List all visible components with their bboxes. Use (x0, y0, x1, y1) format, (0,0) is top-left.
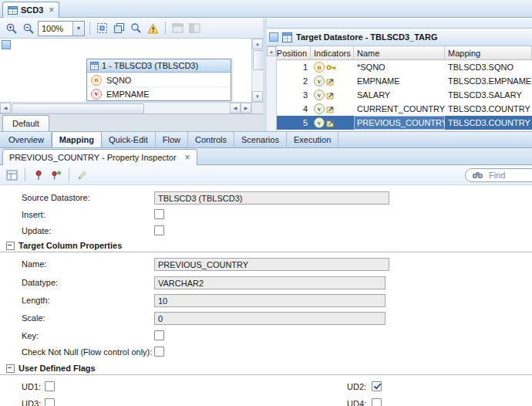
datastore-row-salary[interactable]: 3vSALARYTBLSCD3.SALARY (277, 88, 532, 102)
validate-warning-button[interactable] (146, 21, 160, 36)
cell-indicators: v (311, 74, 354, 88)
ud1-label: UD1: (22, 382, 41, 391)
zoom-value: 100% (39, 24, 72, 33)
horizontal-scrollbar[interactable]: ◀ ◀ ▶ (0, 102, 251, 113)
scroll-left-icon[interactable]: ◀ (0, 103, 11, 113)
datastore-row-empname[interactable]: 2vEMPNAMETBLSCD3.EMPNAME (277, 74, 532, 88)
scale-field[interactable] (154, 312, 386, 325)
datastore-node-tblscd3[interactable]: 1 - TBLSCD3 (TBLSCD3) nSQNOvEMPNAME (86, 59, 231, 101)
search-button[interactable] (129, 21, 143, 36)
zoom-out-button[interactable] (21, 21, 35, 36)
ud3-checkbox[interactable] (45, 398, 55, 406)
cell-name: SALARY (354, 88, 445, 102)
column-header-mapping[interactable]: Mapping (445, 46, 532, 59)
find-box[interactable] (465, 168, 532, 182)
fit-selection-button[interactable] (95, 21, 109, 36)
table-icon (90, 62, 99, 70)
node-column-sqno[interactable]: nSQNO (87, 73, 231, 86)
panel-top-strip (267, 19, 532, 28)
cell-mapping: TBLSCD3.EMPNAME (445, 74, 532, 88)
check-not-null-checkbox[interactable] (154, 347, 164, 357)
tab-mapping[interactable]: Mapping (52, 131, 102, 147)
edit-pencil-button[interactable] (75, 167, 89, 182)
pin-new-button[interactable] (49, 167, 63, 182)
inspector-tab-bar: PREVIOUS_COUNTRY - Property Inspector × (0, 148, 532, 165)
diagram-canvas[interactable]: 1 - TBLSCD3 (TBLSCD3) nSQNOvEMPNAME ▲ ▼ … (0, 39, 263, 113)
close-icon[interactable]: × (49, 6, 54, 14)
execute-target-icon (326, 77, 335, 86)
scale-label: Scale: (22, 313, 45, 323)
ud4-checkbox[interactable] (372, 398, 382, 406)
scroll-up-icon[interactable]: ▲ (252, 39, 263, 49)
property-form: Source Datastore: Insert: Update: Target… (0, 185, 532, 406)
form-row-length: Length: (0, 294, 532, 308)
node-header[interactable]: 1 - TBLSCD3 (TBLSCD3) (87, 59, 231, 73)
column-header-indicators[interactable]: Indicators (311, 46, 354, 59)
scroll-up-icon[interactable]: ▲ (267, 46, 276, 56)
update-label: Update: (22, 226, 52, 235)
diagram-tab-default[interactable]: Default (2, 115, 49, 131)
ud3-label: UD3: (22, 399, 41, 406)
source-datastore-field[interactable] (154, 191, 389, 205)
datastore-row-sqno[interactable]: 1n*SQNOTBLSCD3.SQNO (277, 60, 532, 74)
binoculars-icon (472, 171, 483, 179)
collapse-icon[interactable] (6, 364, 15, 373)
indicator-v-icon: v (91, 89, 102, 100)
key-checkbox[interactable] (154, 330, 164, 340)
node-column-name: SQNO (106, 76, 131, 85)
zoom-level-select[interactable]: 100% ▼ (38, 21, 85, 36)
document-tab-scd3[interactable]: SCD3 × (2, 2, 59, 18)
insert-checkbox[interactable] (154, 209, 164, 219)
scroll-down-icon[interactable]: ▼ (252, 91, 263, 102)
window-layout-alt-button[interactable] (187, 21, 202, 36)
scroll-left-icon[interactable]: ◀ (230, 103, 241, 113)
datastore-row-current_country[interactable]: 4vCURRENT_COUNTRYTBLSCD3.COUNTRY (277, 102, 532, 116)
tab-overview[interactable]: Overview (2, 132, 52, 147)
cell-indicators: v (311, 88, 354, 102)
tab-execution[interactable]: Execution (287, 132, 338, 147)
scrollbar-thumb[interactable] (253, 50, 263, 70)
property-inspector-tab[interactable]: PREVIOUS_COUNTRY - Property Inspector × (2, 149, 197, 165)
cell-name: EMPNAME (354, 74, 445, 88)
zoom-in-button[interactable] (4, 21, 19, 36)
node-column-name: EMPNAME (106, 90, 150, 99)
find-input[interactable] (487, 170, 526, 181)
name-field[interactable] (154, 258, 389, 271)
datatype-field[interactable] (154, 276, 386, 289)
pin-button[interactable] (31, 167, 45, 182)
target-datastore-title: Target Datastore - TBLSCD3_TARG (296, 32, 438, 42)
tab-quick-edit[interactable]: Quick-Edit (102, 132, 156, 147)
chevron-down-icon[interactable]: ▼ (72, 22, 84, 36)
diagram-toolbar: 100% ▼ (0, 19, 263, 39)
tab-flow[interactable]: Flow (156, 132, 188, 147)
vertical-scrollbar[interactable]: ▲ ▼ (251, 39, 263, 102)
window-layout-button[interactable] (170, 21, 185, 36)
datastore-row-previous_country[interactable]: 5vPREVIOUS_COUNTRYTBLSCD3.COUNTRY (277, 116, 532, 130)
column-header-position[interactable]: Position (277, 46, 311, 59)
collapse-icon[interactable] (6, 242, 15, 250)
main-tab-strip: OverviewMappingQuick-EditFlowControlsSce… (0, 131, 532, 148)
column-header-name[interactable]: Name (354, 46, 445, 59)
close-icon[interactable]: × (185, 154, 190, 161)
section-target-column-properties: Target Column Properties (0, 239, 532, 252)
tab-controls[interactable]: Controls (188, 132, 234, 147)
execute-target-icon (326, 105, 335, 113)
length-field[interactable] (154, 294, 386, 307)
update-checkbox[interactable] (154, 225, 164, 235)
copy-layers-button[interactable] (112, 21, 126, 36)
ud1-checkbox[interactable] (45, 381, 55, 391)
ud2-checkbox[interactable] (372, 381, 382, 391)
key-label: Key: (22, 331, 39, 340)
vertical-scrollbar[interactable]: ▲ (267, 46, 277, 131)
layout-grid-button[interactable] (5, 167, 19, 182)
scroll-right-icon[interactable]: ▶ (241, 103, 251, 113)
scrollbar-thumb[interactable] (12, 103, 144, 113)
panel-marker-icon[interactable] (269, 32, 278, 42)
canvas-marker-icon[interactable] (2, 40, 11, 49)
form-row-source-datastore: Source Datastore: (0, 191, 532, 205)
cell-name: CURRENT_COUNTRY (354, 102, 445, 116)
target-datastore-table: PositionIndicatorsNameMapping 1n*SQNOTBL… (277, 46, 532, 131)
node-column-empname[interactable]: vEMPNAME (87, 86, 231, 100)
form-row-datatype: Datatype: (0, 276, 532, 290)
tab-scenarios[interactable]: Scenarios (234, 132, 287, 147)
